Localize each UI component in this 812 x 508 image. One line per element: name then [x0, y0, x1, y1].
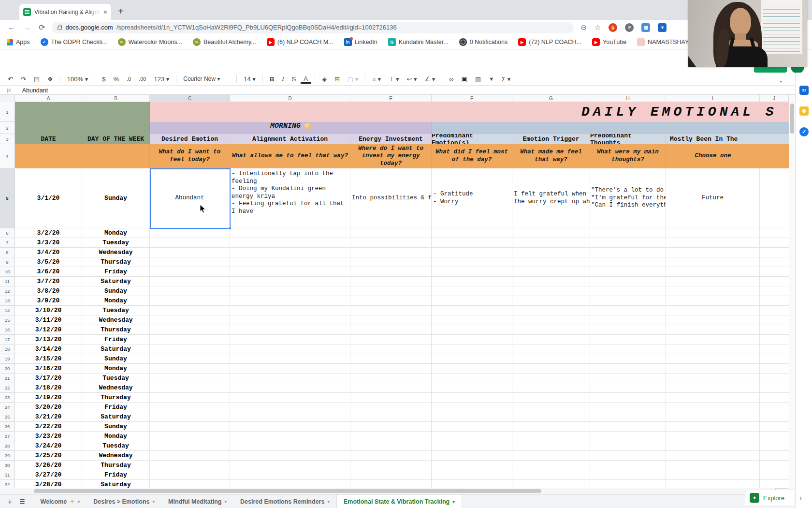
column-header-e[interactable]: E: [350, 95, 432, 102]
cell[interactable]: [512, 296, 590, 306]
cell[interactable]: [512, 277, 590, 286]
cell[interactable]: [512, 451, 590, 461]
sheet-tab-emotional-state-vibration-tracking[interactable]: Emotional State & Vibration Tracking▾: [336, 495, 462, 508]
tab-close-icon[interactable]: ×: [103, 8, 107, 16]
cell[interactable]: [512, 257, 590, 267]
header-mostly-been[interactable]: Mostly Been In The: [666, 134, 789, 144]
cell[interactable]: [230, 480, 350, 488]
shield-extension-icon[interactable]: ▼: [658, 23, 667, 32]
cell[interactable]: [432, 470, 512, 480]
cell[interactable]: [432, 277, 512, 286]
cell[interactable]: [512, 248, 590, 257]
bookmark-item[interactable]: Apps: [7, 39, 30, 45]
formula-bar[interactable]: fx Abundant: [0, 86, 795, 95]
cell-day[interactable]: Wednesday: [82, 315, 150, 325]
cell[interactable]: [150, 451, 230, 461]
row-header-23[interactable]: 23: [0, 393, 15, 403]
sheet-tab-desired-emotions-reminders[interactable]: Desired Emotions Reminders▾: [233, 495, 336, 508]
cell[interactable]: [760, 403, 789, 412]
cell[interactable]: [666, 441, 760, 451]
cell-day[interactable]: Sunday: [82, 354, 150, 364]
cell[interactable]: [150, 354, 230, 364]
column-headers[interactable]: ABCDEFGHIJ: [0, 95, 789, 102]
cell[interactable]: [760, 286, 789, 296]
cell[interactable]: [666, 238, 760, 248]
cell[interactable]: [230, 451, 350, 461]
cell[interactable]: [760, 257, 789, 267]
cell[interactable]: [512, 441, 590, 451]
header-predominant-thoughts[interactable]: Predominant Thoughts: [590, 134, 666, 144]
cell-date[interactable]: 3/26/20: [15, 461, 82, 470]
cell[interactable]: [432, 315, 512, 325]
cell[interactable]: [350, 354, 432, 364]
cell[interactable]: [230, 286, 350, 296]
column-header-j[interactable]: J: [760, 95, 789, 102]
header-emotion-trigger[interactable]: Emotion Trigger: [512, 134, 590, 144]
cell-energy-investment[interactable]: Into possibilities & f: [350, 168, 432, 228]
row-header-21[interactable]: 21: [0, 374, 15, 383]
cell[interactable]: [150, 364, 230, 374]
cell[interactable]: [512, 461, 590, 470]
font-family-select[interactable]: Courier New ▾: [180, 75, 232, 83]
row-header-14[interactable]: 14: [0, 306, 15, 315]
cell[interactable]: [666, 470, 760, 480]
horizontal-align-select[interactable]: ≡ ▾: [369, 75, 384, 84]
cell[interactable]: [350, 325, 432, 335]
cell[interactable]: [150, 296, 230, 306]
cell[interactable]: [150, 461, 230, 470]
cell[interactable]: [350, 238, 432, 248]
print-button[interactable]: ▤: [31, 75, 43, 84]
adblock-extension-icon[interactable]: ✋: [609, 23, 617, 32]
cell[interactable]: [590, 257, 666, 267]
cell[interactable]: [590, 248, 666, 257]
cell-day[interactable]: Monday: [82, 296, 150, 306]
cell[interactable]: [512, 374, 590, 383]
cell[interactable]: [150, 267, 230, 277]
cell[interactable]: [230, 306, 350, 315]
cell[interactable]: [512, 335, 590, 344]
column-header-i[interactable]: I: [666, 95, 760, 102]
cell[interactable]: [150, 325, 230, 335]
question-thoughts[interactable]: What were my main thoughts?: [590, 144, 666, 168]
cell[interactable]: [230, 238, 350, 248]
cell[interactable]: [512, 286, 590, 296]
strikethrough-button[interactable]: S: [289, 75, 299, 84]
row-header-15[interactable]: 15: [0, 315, 15, 325]
bookmark-item[interactable]: ▶(6) NLP COACH M...: [267, 38, 334, 46]
cell[interactable]: [350, 315, 432, 325]
cell[interactable]: [432, 432, 512, 441]
cell[interactable]: [350, 306, 432, 315]
cell[interactable]: [760, 277, 789, 286]
undo-button[interactable]: ↶: [5, 75, 16, 84]
cell[interactable]: [760, 325, 789, 335]
cell[interactable]: [150, 383, 230, 393]
cell[interactable]: [230, 412, 350, 422]
cell[interactable]: [350, 335, 432, 344]
cell[interactable]: [760, 335, 789, 344]
cell[interactable]: [350, 374, 432, 383]
cell[interactable]: [512, 422, 590, 432]
cell-date[interactable]: 3/5/20: [15, 257, 82, 267]
functions-select[interactable]: Σ ▾: [499, 75, 513, 84]
cell[interactable]: [230, 470, 350, 480]
cell[interactable]: [590, 374, 666, 383]
cell[interactable]: [350, 277, 432, 286]
insert-comment-button[interactable]: ▣: [459, 75, 470, 84]
cell-date[interactable]: 3/20/20: [15, 403, 82, 412]
cell[interactable]: [760, 374, 789, 383]
cell[interactable]: [760, 432, 789, 441]
cell[interactable]: [512, 432, 590, 441]
cell-date[interactable]: 3/19/20: [15, 393, 82, 403]
row-header-3[interactable]: 3: [0, 134, 15, 144]
panel-expand-chevron-icon[interactable]: ›: [799, 493, 802, 502]
column-header-h[interactable]: H: [590, 95, 666, 102]
cell[interactable]: [432, 354, 512, 364]
cell[interactable]: [150, 277, 230, 286]
bookmark-item[interactable]: NAMASTSHAY -: [637, 38, 693, 46]
bookmark-star-icon[interactable]: ☆: [594, 23, 601, 32]
question-energy[interactable]: Where do I want to invest my energy toda…: [350, 144, 432, 168]
cell-day[interactable]: Tuesday: [82, 441, 150, 451]
cell[interactable]: [590, 383, 666, 393]
card-extension-icon[interactable]: ▤: [641, 23, 650, 32]
row-header-27[interactable]: 27: [0, 432, 15, 441]
